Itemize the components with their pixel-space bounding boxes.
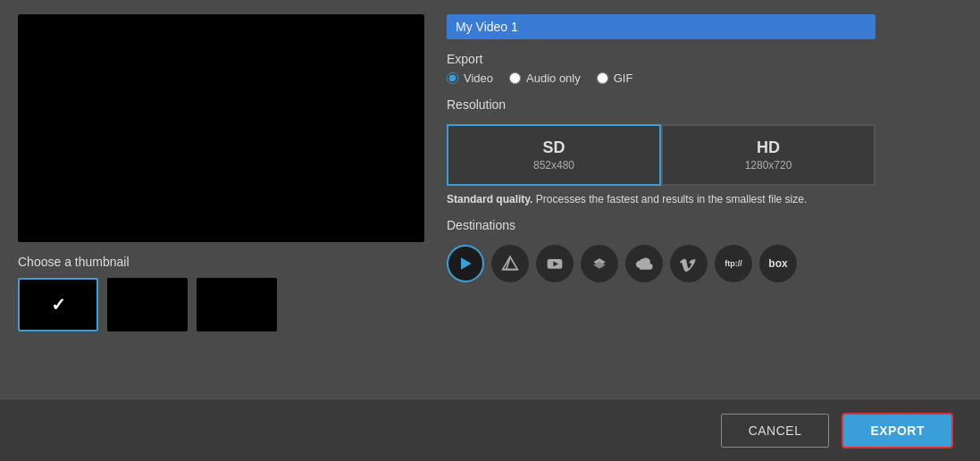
radio-audio[interactable]: Audio only <box>509 71 581 85</box>
svg-marker-0 <box>461 257 472 269</box>
thumbnail-section: Choose a thumbnail ✓ <box>18 255 429 331</box>
export-section: Export Video Audio only GIF <box>447 52 962 85</box>
resolution-sd-btn[interactable]: SD 852x480 <box>447 124 661 186</box>
radio-gif[interactable]: GIF <box>597 71 633 85</box>
dest-ftp-text: ftp:// <box>725 259 742 268</box>
dest-vimeo[interactable] <box>670 245 708 282</box>
radio-audio-input[interactable] <box>509 72 521 84</box>
thumbnail-label: Choose a thumbnail <box>18 255 429 269</box>
dest-gcloud[interactable] <box>625 245 663 282</box>
radio-gif-label: GIF <box>614 71 633 85</box>
export-options: Video Audio only GIF <box>447 71 962 85</box>
dest-box[interactable]: box <box>759 245 797 282</box>
dest-dropbox[interactable] <box>581 245 618 282</box>
destinations-section: Destinations <box>447 218 962 282</box>
hd-sub: 1280x720 <box>745 159 792 172</box>
dest-box-text: box <box>768 257 787 270</box>
main-container: Choose a thumbnail ✓ Export <box>0 0 980 461</box>
resolution-hint: Standard quality. Processes the fastest … <box>447 193 875 205</box>
left-panel: Choose a thumbnail ✓ <box>18 14 429 384</box>
video-preview <box>18 14 424 242</box>
content-area: Choose a thumbnail ✓ Export <box>0 0 980 398</box>
resolution-hint-text: Processes the fastest and results in the… <box>532 193 807 205</box>
hd-main: HD <box>757 138 780 157</box>
destinations-label: Destinations <box>447 218 962 232</box>
resolution-hd-btn[interactable]: HD 1280x720 <box>661 124 875 186</box>
radio-video-label: Video <box>464 71 493 85</box>
sd-main: SD <box>542 138 565 157</box>
right-panel: Export Video Audio only GIF <box>447 14 962 384</box>
resolution-buttons: SD 852x480 HD 1280x720 <box>447 124 875 186</box>
sd-sub: 852x480 <box>533 159 574 172</box>
title-input[interactable] <box>447 14 875 39</box>
export-label: Export <box>447 52 962 66</box>
footer: CANCEL EXPORT <box>0 398 980 461</box>
radio-gif-input[interactable] <box>597 72 608 84</box>
resolution-hint-bold: Standard quality. <box>447 193 532 205</box>
thumbnail-item-2[interactable] <box>107 278 188 331</box>
radio-audio-label: Audio only <box>526 71 581 85</box>
dest-gdrive[interactable] <box>491 245 529 282</box>
radio-video[interactable]: Video <box>447 71 493 85</box>
dest-youtube[interactable] <box>536 245 574 282</box>
resolution-section: Resolution SD 852x480 HD 1280x720 Standa… <box>447 97 962 205</box>
radio-video-input[interactable] <box>447 72 458 84</box>
cancel-button[interactable]: CANCEL <box>721 414 830 448</box>
destinations-list: ftp:// box <box>447 245 962 282</box>
thumbnail-checkmark: ✓ <box>51 294 66 315</box>
resolution-label: Resolution <box>447 97 962 112</box>
thumbnail-item-3[interactable] <box>197 278 277 331</box>
export-button[interactable]: EXPORT <box>842 413 953 448</box>
dest-ftp[interactable]: ftp:// <box>715 245 752 282</box>
dest-screencast[interactable] <box>447 245 484 282</box>
thumbnail-item-1[interactable]: ✓ <box>18 278 98 331</box>
thumbnail-list: ✓ <box>18 278 429 331</box>
